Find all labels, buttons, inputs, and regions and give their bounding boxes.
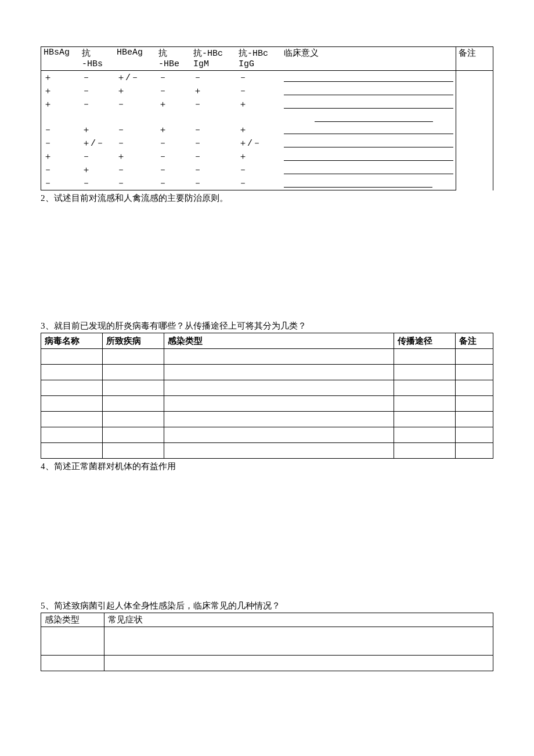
col-symptoms: 常见症状 bbox=[104, 613, 493, 627]
col-anti-hbe: 抗-HBe bbox=[156, 47, 191, 71]
answer-blank[interactable] bbox=[282, 71, 456, 85]
hbv-serology-table: HBsAg 抗-HBs HBeAg 抗-HBe 抗-HBcIgM 抗-HBcIg… bbox=[41, 46, 493, 190]
answer-blank[interactable] bbox=[282, 111, 456, 123]
question-4: 4、简述正常菌群对机体的有益作用 bbox=[41, 461, 493, 472]
table-row[interactable] bbox=[41, 427, 493, 443]
table-row[interactable] bbox=[41, 443, 493, 459]
table-header-row: HBsAg 抗-HBs HBeAg 抗-HBe 抗-HBcIgM 抗-HBcIg… bbox=[41, 47, 493, 71]
answer-blank[interactable] bbox=[282, 150, 456, 163]
col-anti-hbc-igm: 抗-HBcIgM bbox=[191, 47, 236, 71]
table-row[interactable] bbox=[41, 365, 493, 380]
table-row: － － － － － － bbox=[41, 177, 493, 190]
table-row: ＋ － ＋/－ － － － bbox=[41, 71, 493, 85]
remarks-cell[interactable] bbox=[456, 71, 493, 190]
col-virus-name: 病毒名称 bbox=[41, 333, 103, 349]
systemic-infection-table: 感染类型 常见症状 bbox=[41, 613, 493, 671]
table-row: － ＋/－ － － － ＋/－ bbox=[41, 136, 493, 150]
col-disease: 所致疾病 bbox=[103, 333, 164, 349]
table-row[interactable] bbox=[41, 627, 493, 656]
col-anti-hbs: 抗-HBs bbox=[80, 47, 114, 71]
table-row bbox=[41, 111, 493, 123]
table-row[interactable] bbox=[41, 412, 493, 427]
table-header-row: 感染类型 常见症状 bbox=[41, 613, 493, 627]
col-anti-hbc-igg: 抗-HBcIgG bbox=[236, 47, 282, 71]
table-row: ＋ － － ＋ － ＋ bbox=[41, 98, 493, 111]
answer-space[interactable] bbox=[41, 473, 493, 598]
table-header-row: 病毒名称 所致疾病 感染类型 传播途径 备注 bbox=[41, 333, 493, 349]
col-infection-type: 感染类型 bbox=[164, 333, 394, 349]
answer-blank[interactable] bbox=[282, 98, 456, 111]
col-clinical-meaning: 临床意义 bbox=[282, 47, 456, 71]
table-row[interactable] bbox=[41, 656, 493, 671]
answer-space[interactable] bbox=[41, 205, 493, 318]
answer-blank[interactable] bbox=[282, 123, 456, 136]
table-row[interactable] bbox=[41, 380, 493, 396]
answer-blank[interactable] bbox=[282, 84, 456, 98]
table-row: ＋ － ＋ － ＋ － bbox=[41, 84, 493, 98]
table-row[interactable] bbox=[41, 396, 493, 412]
answer-blank[interactable] bbox=[282, 177, 456, 190]
hepatitis-virus-table: 病毒名称 所致疾病 感染类型 传播途径 备注 bbox=[41, 333, 493, 459]
col-remarks: 备注 bbox=[456, 333, 493, 349]
question-3: 3、就目前已发现的肝炎病毒有哪些？从传播途径上可将其分为几类？ bbox=[41, 321, 493, 332]
table-row: ＋ － ＋ － － ＋ bbox=[41, 150, 493, 163]
question-5: 5、简述致病菌引起人体全身性感染后，临床常见的几种情况？ bbox=[41, 600, 493, 611]
col-infection-type: 感染类型 bbox=[41, 613, 104, 627]
col-transmission: 传播途径 bbox=[394, 333, 456, 349]
answer-blank[interactable] bbox=[282, 136, 456, 150]
table-row: － ＋ － － － － bbox=[41, 163, 493, 177]
col-hbeag: HBeAg bbox=[114, 47, 156, 71]
col-hbsag: HBsAg bbox=[41, 47, 80, 71]
table-row[interactable] bbox=[41, 349, 493, 365]
col-remarks: 备注 bbox=[456, 47, 493, 71]
table-row: － ＋ － ＋ － ＋ bbox=[41, 123, 493, 136]
question-2: 2、试述目前对流感和人禽流感的主要防治原则。 bbox=[41, 193, 493, 204]
answer-blank[interactable] bbox=[282, 163, 456, 177]
